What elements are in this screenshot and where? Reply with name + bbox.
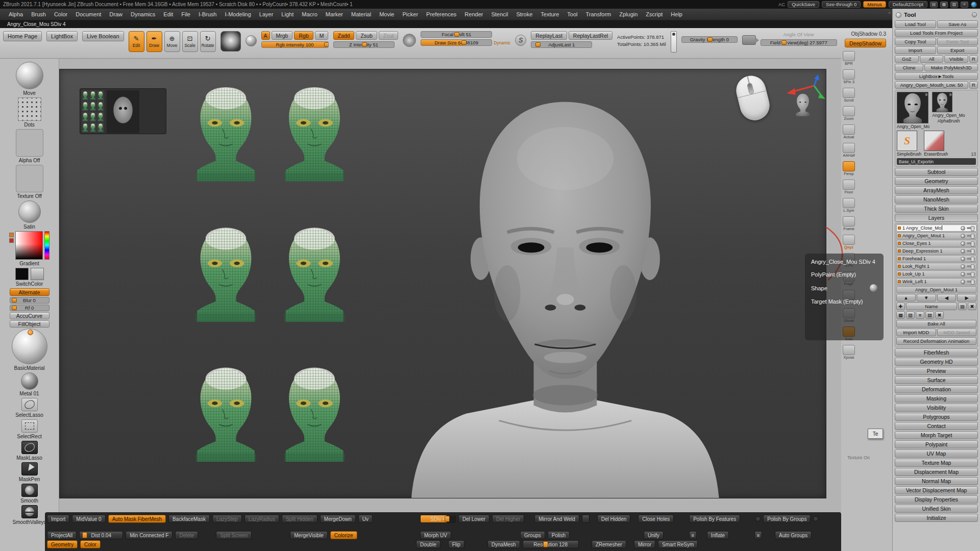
layer-intensity-slider[interactable] <box>967 265 975 267</box>
layer-row[interactable]: Deep_Expression 1 <box>896 247 976 255</box>
bottom-shelf-button[interactable]: Close Holes <box>638 515 674 523</box>
rotate-button[interactable]: ↻Rotate <box>200 31 216 52</box>
tool-section-button[interactable]: Surface <box>895 376 978 384</box>
menu-item[interactable]: Tool <box>564 10 581 18</box>
menu-item[interactable]: Preferences <box>423 10 460 18</box>
layer-intensity-slider[interactable] <box>967 258 975 260</box>
shelf-toggle-button[interactable]: AAHalf <box>843 143 855 158</box>
wireframe-head-6[interactable] <box>284 368 345 462</box>
bottom-shelf-button[interactable]: Resolution 128 <box>523 540 579 548</box>
live-boolean-button[interactable]: Live Boolean <box>82 31 124 41</box>
menu-item[interactable]: Light <box>278 10 297 18</box>
layer-next-button[interactable]: ▶ <box>957 294 976 302</box>
focal-shift-slider[interactable]: Focal Shift 51 <box>421 31 492 38</box>
gravity-strength-slider[interactable]: Gravity Strength 0 <box>681 36 738 43</box>
shelf-toggle-button[interactable]: BPR <box>843 51 855 66</box>
tool-section-button[interactable]: Subtool <box>895 168 978 176</box>
saturation-value-box[interactable] <box>15 231 43 260</box>
tool-section-button[interactable]: Deformation <box>895 385 978 393</box>
bottom-shelf-button[interactable]: Auto Mask FiberMesh <box>108 515 166 523</box>
move-gizmo-thumb[interactable] <box>16 62 43 89</box>
layer-intensity-slider[interactable] <box>967 250 975 252</box>
tool-section-button[interactable]: Polygroups <box>895 413 978 421</box>
layer-row[interactable]: Close_Eyes 1 <box>896 240 976 247</box>
bottom-shelf-button[interactable]: Inflate <box>707 531 729 539</box>
tool-section-button[interactable]: Polypaint <box>895 440 978 448</box>
material-a-button[interactable]: A <box>261 31 270 40</box>
bottom-shelf-button[interactable]: Split Hidden <box>282 515 317 523</box>
seethrough-slider[interactable]: See-through 0 <box>822 1 861 8</box>
menu-item[interactable]: File <box>178 10 194 18</box>
smooth-brush-thumb[interactable] <box>21 484 38 497</box>
layer-record-icon[interactable] <box>898 265 901 268</box>
layer-eye-icon[interactable] <box>961 272 965 277</box>
bottom-shelf-button[interactable]: Polish By Groups <box>763 515 811 523</box>
quicksave-button[interactable]: QuickSave <box>788 1 819 8</box>
layer-eye-icon[interactable] <box>961 264 965 269</box>
tool-section-button[interactable]: Displacement Map <box>895 468 978 476</box>
shelf-toggle-button[interactable]: SPix 3 <box>843 69 855 84</box>
shelf-toggle-button[interactable]: Floor <box>843 180 855 194</box>
layer-intensity-slider[interactable] <box>967 227 975 229</box>
bottom-shelf-button[interactable]: Double <box>416 540 440 548</box>
bottom-shelf-button[interactable] <box>755 516 761 521</box>
tool-section-button[interactable]: Texture Map <box>895 459 978 467</box>
material-thumb[interactable] <box>18 201 41 223</box>
palette-pin-icon[interactable] <box>972 12 977 17</box>
selectlasso-thumb[interactable] <box>21 398 38 411</box>
bottom-shelf-button[interactable] <box>813 516 818 521</box>
bottom-shelf-button[interactable]: Groups <box>520 531 545 539</box>
rgb-intensity-slider[interactable]: Rgb Intensity 100 <box>261 41 329 48</box>
texture-thumb[interactable] <box>16 165 43 192</box>
layer-eye-icon[interactable] <box>961 249 965 254</box>
rgb-button[interactable]: Rgb <box>294 31 313 40</box>
layer-eye-icon[interactable] <box>961 226 965 231</box>
menu-item[interactable]: Brush <box>28 10 50 18</box>
camera-view-widget[interactable] <box>785 74 826 126</box>
current-tool-thumb[interactable]: 9 <box>897 92 928 123</box>
menu-item[interactable]: Stencil <box>487 10 511 18</box>
bottom-shelf-button[interactable]: Color <box>80 540 101 548</box>
tool-section-button[interactable]: Normal Map <box>895 477 978 485</box>
default-zscript-button[interactable]: DefaultZScript <box>889 1 927 8</box>
layer-split-icon[interactable]: ▤ <box>925 311 934 319</box>
layer-delete-icon[interactable]: ✖ <box>968 303 976 310</box>
layer-intensity-slider[interactable] <box>967 273 975 275</box>
accucurve-button[interactable]: AccuCurve <box>10 312 50 319</box>
mdd-speed-button[interactable]: MDD Speed <box>937 329 977 336</box>
record-deformation-button[interactable]: Record Deformation Animation <box>896 337 976 345</box>
hue-bar[interactable] <box>44 231 50 260</box>
menu-item[interactable]: Macro <box>298 10 321 18</box>
menu-item[interactable]: Marker <box>322 10 347 18</box>
tool-section-button[interactable]: Masking <box>895 394 978 403</box>
bottom-shelf-button[interactable]: Import <box>47 515 69 523</box>
layer-intensity-slider[interactable] <box>967 242 975 244</box>
color-picker[interactable] <box>9 231 50 260</box>
scale-button[interactable]: ⊡Scale <box>182 31 198 52</box>
bottom-shelf-button[interactable]: Min Connected F <box>126 531 173 539</box>
replay-last-button[interactable]: ReplayLast <box>531 31 567 40</box>
tool-section-button[interactable]: Thick Skin <box>895 205 978 213</box>
tool-section-button[interactable]: ArrayMesh <box>895 186 978 194</box>
smoothvalleys-brush-thumb[interactable] <box>21 505 38 518</box>
wireframe-head-2[interactable] <box>284 87 345 182</box>
bottom-shelf-button[interactable]: Del Higher <box>492 515 524 523</box>
reference-head-thumb[interactable] <box>107 90 139 133</box>
layer-intensity-slider[interactable] <box>967 235 975 237</box>
draw-size-slider[interactable]: Draw Size 64.88109 <box>421 39 492 46</box>
layer-record-icon[interactable] <box>898 280 901 283</box>
tool-section-button[interactable]: FiberMesh <box>895 348 978 357</box>
paste-tool-button[interactable]: Paste Tool <box>937 38 978 45</box>
goz-button[interactable]: GoZ <box>895 55 919 63</box>
wireframe-head-1[interactable] <box>195 87 257 182</box>
tool-section-button[interactable]: Initialize <box>895 514 978 522</box>
menu-item[interactable]: Material <box>348 10 375 18</box>
sculpt-head-model[interactable] <box>411 102 719 498</box>
tool-section-button[interactable]: Geometry <box>895 177 978 185</box>
menu-item[interactable]: Dynamics <box>127 10 159 18</box>
alternate-button[interactable]: Alternate <box>10 288 50 296</box>
current-material-icon[interactable] <box>246 35 257 46</box>
menu-item[interactable]: Stroke <box>512 10 536 18</box>
z-intensity-slider[interactable]: Z Intensity 51 <box>333 41 395 48</box>
layout-icon[interactable]: ▤ <box>930 2 938 8</box>
